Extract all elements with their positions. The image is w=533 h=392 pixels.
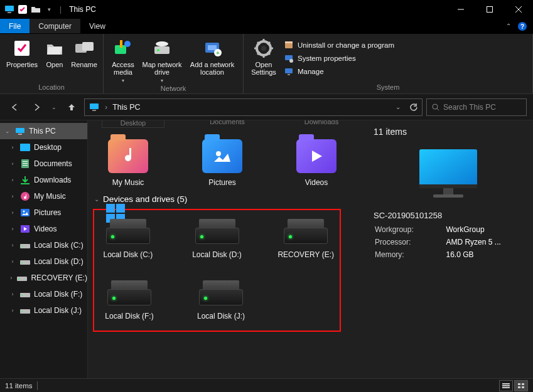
- map-drive-button[interactable]: Map network drive ▾: [140, 36, 184, 83]
- manage-button[interactable]: Manage: [281, 65, 397, 78]
- drive-f[interactable]: Local Disk (F:): [98, 280, 161, 320]
- svg-rect-66: [419, 184, 477, 188]
- svg-rect-67: [443, 188, 453, 194]
- svg-point-35: [289, 59, 293, 63]
- svg-rect-72: [518, 383, 520, 385]
- drive-e[interactable]: RECOVERY (E:): [276, 219, 336, 259]
- properties-button[interactable]: Properties: [4, 36, 40, 82]
- folder-my-music[interactable]: My Music: [97, 139, 159, 187]
- ribbon: Properties Open Rename Location Access m…: [0, 34, 533, 94]
- sidebar-item-drive-c[interactable]: ›Local Disk (C:): [0, 237, 87, 253]
- details-row: Memory:16.0 GB: [375, 249, 522, 260]
- maximize-button[interactable]: [475, 0, 504, 19]
- open-button[interactable]: Open: [41, 36, 68, 82]
- sidebar-item-drive-f[interactable]: ›Local Disk (F:): [0, 286, 87, 302]
- sidebar-item-drive-j[interactable]: ›Local Disk (J:): [0, 302, 87, 319]
- sidebar-item-desktop[interactable]: ›Desktop: [0, 139, 87, 156]
- drive-j[interactable]: Local Disk (J:): [190, 280, 252, 320]
- svg-point-64: [216, 151, 221, 156]
- svg-point-17: [157, 49, 159, 51]
- sidebar-item-drive-d[interactable]: ›Local Disk (D:): [0, 253, 87, 270]
- svg-rect-14: [120, 40, 122, 48]
- svg-rect-74: [518, 386, 520, 388]
- access-media-button[interactable]: Access media ▾: [107, 36, 139, 83]
- search-input[interactable]: Search This PC: [426, 98, 527, 116]
- videos-folder-icon: [296, 139, 336, 173]
- address-bar[interactable]: › This PC ⌄: [84, 98, 423, 116]
- sidebar-item-downloads[interactable]: ›Downloads: [0, 172, 87, 188]
- breadcrumb-item[interactable]: This PC: [112, 103, 140, 112]
- desktop-icon: [20, 142, 30, 152]
- details-table: Workgroup:WorkGroup Processor:AMD Ryzen …: [374, 223, 523, 262]
- svg-rect-32: [285, 43, 293, 48]
- tab-view[interactable]: View: [80, 19, 114, 33]
- drive-c[interactable]: Local Disk (C:): [98, 219, 158, 259]
- music-folder-icon: [108, 139, 148, 173]
- computer-icon: [411, 146, 486, 202]
- details-row: Processor:AMD Ryzen 5 ...: [375, 236, 522, 248]
- open-settings-button[interactable]: Open Settings: [247, 36, 280, 82]
- svg-rect-49: [21, 183, 30, 184]
- sidebar-item-pictures[interactable]: ›Pictures: [0, 204, 87, 221]
- tab-computer[interactable]: Computer: [30, 19, 80, 33]
- help-button[interactable]: ?: [515, 19, 529, 33]
- sidebar-item-music[interactable]: ›My Music: [0, 188, 87, 204]
- sidebar-item-documents[interactable]: ›Documents: [0, 156, 87, 172]
- folder-videos[interactable]: Videos: [285, 139, 348, 187]
- sidebar-item-videos[interactable]: ›Videos: [0, 221, 87, 237]
- svg-rect-4: [487, 7, 493, 13]
- sidebar-item-this-pc[interactable]: ⌄ This PC: [0, 123, 87, 139]
- box-icon: [284, 40, 294, 50]
- details-count: 11 items: [374, 127, 523, 137]
- uninstall-button[interactable]: Uninstall or change a program: [281, 39, 397, 51]
- sidebar-item-drive-e[interactable]: ›RECOVERY (E:): [0, 270, 87, 286]
- drive-icon: [20, 240, 30, 250]
- svg-rect-1: [8, 12, 11, 13]
- svg-rect-42: [16, 128, 24, 133]
- tab-file[interactable]: File: [0, 19, 30, 33]
- ribbon-group-system: Open Settings Uninstall or change a prog…: [244, 34, 533, 93]
- svg-point-57: [21, 262, 23, 263]
- navigation-row: ⌄ › This PC ⌄ Search This PC: [0, 94, 533, 120]
- svg-point-13: [124, 41, 131, 47]
- svg-rect-65: [419, 149, 477, 187]
- folder-pictures[interactable]: Pictures: [191, 139, 254, 187]
- forward-button[interactable]: [28, 98, 45, 116]
- monitor-gear-icon: [284, 53, 294, 63]
- ribbon-collapse-button[interactable]: ⌃: [502, 19, 515, 33]
- drive-icon: [20, 305, 30, 315]
- view-icons-button[interactable]: [514, 380, 528, 391]
- ribbon-group-label: Location: [4, 82, 99, 92]
- svg-rect-19: [208, 45, 217, 50]
- system-properties-button[interactable]: System properties: [281, 52, 397, 65]
- add-location-button[interactable]: + Add a network location: [185, 36, 239, 83]
- svg-rect-36: [285, 68, 293, 73]
- chevron-down-icon[interactable]: ▾: [43, 4, 55, 15]
- sidebar: ⌄ This PC ›Desktop ›Documents ›Downloads…: [0, 120, 88, 378]
- minimize-button[interactable]: [446, 0, 475, 19]
- view-details-button[interactable]: [499, 380, 513, 391]
- up-button[interactable]: [63, 98, 80, 116]
- rename-button[interactable]: Rename: [69, 36, 99, 82]
- address-dropdown[interactable]: ⌄: [396, 103, 401, 110]
- drive-icon: [284, 219, 328, 244]
- svg-line-41: [437, 109, 439, 110]
- status-bar: 11 items: [0, 378, 533, 392]
- refresh-button[interactable]: [409, 103, 418, 112]
- svg-point-40: [433, 104, 438, 109]
- svg-point-23: [261, 46, 266, 51]
- svg-rect-75: [522, 386, 524, 388]
- drive-icon: [20, 257, 30, 267]
- drive-icon: [199, 280, 243, 305]
- drives-section-header[interactable]: ⌄ Devices and drives (5): [93, 191, 358, 208]
- menu-tabs: File Computer View ⌃ ?: [0, 19, 533, 34]
- history-dropdown[interactable]: ⌄: [49, 98, 59, 116]
- svg-rect-43: [18, 134, 22, 135]
- breadcrumb-sep: ›: [105, 103, 107, 112]
- back-button[interactable]: [6, 98, 24, 116]
- close-button[interactable]: [504, 0, 533, 19]
- svg-point-16: [156, 41, 168, 46]
- svg-rect-33: [285, 41, 293, 43]
- drive-d[interactable]: Local Disk (D:): [187, 219, 247, 259]
- svg-text:+: +: [216, 50, 220, 56]
